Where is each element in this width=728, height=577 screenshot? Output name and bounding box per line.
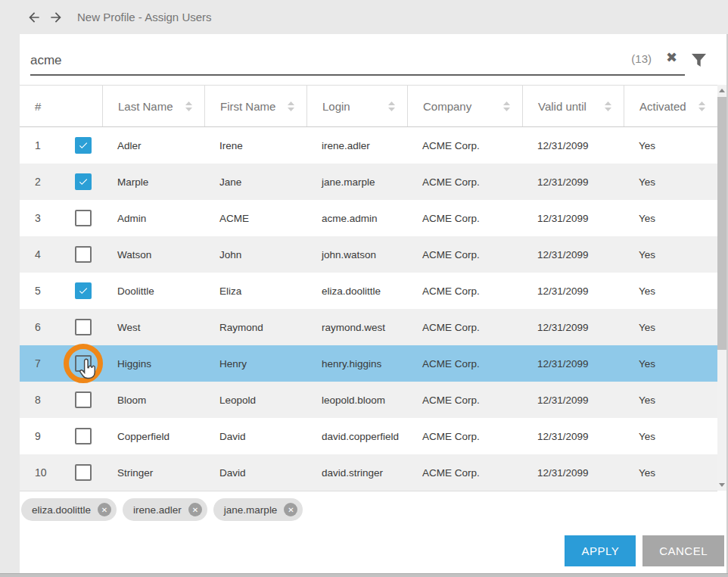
scrollbar-thumb[interactable] — [717, 97, 726, 350]
table-row[interactable]: 2 Marple Jane jane.marple ACME Corp. 12/… — [20, 164, 717, 200]
table-header-row: # Last Name First Name Login Company — [20, 85, 717, 127]
sort-icon[interactable] — [185, 101, 192, 111]
selected-user-chip: jane.marple ✕ — [213, 498, 303, 521]
cell-valid-until: 12/31/2099 — [522, 345, 624, 382]
table-row[interactable]: 3 Admin ACME acme.admin ACME Corp. 12/31… — [20, 200, 717, 236]
row-checkbox[interactable] — [75, 137, 92, 154]
row-checkbox[interactable] — [75, 319, 92, 335]
chip-remove-icon[interactable]: ✕ — [98, 503, 111, 516]
clear-filter-icon[interactable]: ✖ — [666, 49, 677, 66]
assign-users-window: New Profile - Assign Users (13) ✖ # Last… — [0, 0, 728, 577]
cell-number: 4 — [20, 236, 102, 273]
cell-first-name: ACME — [204, 200, 306, 236]
scroll-down-button[interactable] — [717, 479, 726, 491]
cell-company: ACME Corp. — [407, 309, 522, 345]
sort-icon[interactable] — [503, 101, 510, 111]
column-header-company[interactable]: Company — [407, 86, 522, 126]
table-row[interactable]: 7 Higgins Henry henry.higgins ACME Corp.… — [20, 345, 717, 382]
table-row[interactable]: 5 Doolittle Eliza eliza.doolittle ACME C… — [20, 273, 717, 309]
sort-icon[interactable] — [388, 101, 395, 111]
cell-company: ACME Corp. — [407, 127, 522, 164]
selected-users-chips: eliza.doolittle ✕ irene.adler ✕ jane.mar… — [21, 498, 303, 521]
sort-icon[interactable] — [605, 101, 611, 111]
column-label: Activated — [639, 100, 686, 113]
apply-button[interactable]: APPLY — [565, 535, 636, 566]
cell-login: david.stringer — [306, 454, 407, 491]
cell-number: 10 — [20, 454, 102, 491]
row-checkbox[interactable] — [75, 282, 92, 299]
row-number: 5 — [35, 285, 75, 297]
cell-activated: Yes — [624, 454, 717, 491]
column-label: First Name — [220, 100, 275, 113]
cell-last-name: Watson — [102, 236, 204, 273]
row-number: 2 — [35, 176, 75, 188]
users-table: # Last Name First Name Login Company — [20, 85, 717, 491]
row-checkbox[interactable] — [75, 428, 92, 444]
row-checkbox[interactable] — [75, 391, 92, 408]
cell-last-name: Stringer — [102, 454, 204, 491]
row-number: 1 — [35, 139, 75, 151]
cell-first-name: Eliza — [204, 273, 306, 309]
row-number: 7 — [35, 357, 75, 370]
column-header-login[interactable]: Login — [306, 86, 407, 126]
table-row[interactable]: 6 West Raymond raymond.west ACME Corp. 1… — [20, 309, 717, 345]
cell-login: jane.marple — [306, 164, 407, 200]
scroll-up-button[interactable] — [717, 85, 726, 96]
row-checkbox[interactable] — [75, 210, 92, 226]
cell-login: henry.higgins — [306, 345, 407, 382]
row-checkbox[interactable] — [75, 355, 92, 372]
column-header-activated[interactable]: Activated — [624, 86, 717, 126]
filter-funnel-icon[interactable] — [692, 54, 706, 70]
cancel-button[interactable]: CANCEL — [642, 535, 724, 566]
table-row[interactable]: 8 Bloom Leopold leopold.bloom ACME Corp.… — [20, 382, 717, 418]
chip-remove-icon[interactable]: ✕ — [188, 503, 202, 516]
column-label: Valid until — [538, 100, 586, 113]
row-checkbox[interactable] — [75, 464, 92, 481]
forward-arrow-icon[interactable] — [48, 9, 64, 26]
cell-valid-until: 12/31/2099 — [522, 454, 624, 491]
chip-remove-icon[interactable]: ✕ — [284, 503, 297, 516]
cell-first-name: Jane — [204, 164, 306, 200]
row-checkbox[interactable] — [75, 246, 92, 263]
vertical-scrollbar[interactable] — [717, 85, 726, 491]
dialog-panel: (13) ✖ # Last Name First Name — [20, 34, 726, 573]
sort-icon[interactable] — [698, 101, 705, 111]
result-count: (13) — [631, 52, 652, 65]
cell-activated: Yes — [624, 164, 717, 200]
cell-last-name: Marple — [102, 164, 204, 200]
column-header-last-name[interactable]: Last Name — [102, 86, 204, 126]
selected-user-chip: eliza.doolittle ✕ — [21, 498, 117, 521]
chip-label: jane.marple — [224, 504, 278, 516]
cell-company: ACME Corp. — [407, 345, 522, 382]
cell-company: ACME Corp. — [407, 200, 522, 236]
column-label: # — [35, 100, 41, 113]
triangle-up-icon — [719, 89, 725, 92]
table-row[interactable]: 1 Adler Irene irene.adler ACME Corp. 12/… — [20, 127, 717, 164]
cell-number: 2 — [20, 164, 102, 200]
selected-user-chip: irene.adler ✕ — [123, 498, 207, 521]
footer-actions: APPLY CANCEL — [565, 535, 724, 566]
cell-login: eliza.doolittle — [306, 273, 407, 309]
column-header-valid-until[interactable]: Valid until — [522, 86, 624, 126]
column-header-first-name[interactable]: First Name — [204, 86, 306, 126]
cell-valid-until: 12/31/2099 — [522, 236, 624, 273]
sort-icon[interactable] — [288, 101, 294, 111]
cell-first-name: David — [204, 454, 306, 491]
table-row[interactable]: 10 Stringer David david.stringer ACME Co… — [20, 454, 717, 491]
row-number: 8 — [35, 394, 75, 406]
cell-valid-until: 12/31/2099 — [522, 382, 624, 418]
table-row[interactable]: 4 Watson John john.watson ACME Corp. 12/… — [20, 236, 717, 273]
search-input[interactable] — [30, 49, 515, 72]
table-body: 1 Adler Irene irene.adler ACME Corp. 12/… — [20, 127, 717, 491]
row-checkbox[interactable] — [75, 173, 92, 190]
table-row[interactable]: 9 Copperfield David david.copperfield AC… — [20, 418, 717, 454]
cell-valid-until: 12/31/2099 — [522, 127, 624, 164]
cell-number: 9 — [20, 418, 102, 454]
cell-activated: Yes — [624, 127, 717, 164]
back-arrow-icon[interactable] — [26, 9, 42, 26]
cell-first-name: Henry — [204, 345, 306, 382]
column-label: Company — [423, 100, 471, 113]
page-title: New Profile - Assign Users — [77, 11, 212, 23]
search-field: (13) ✖ — [30, 43, 685, 76]
cell-activated: Yes — [624, 418, 717, 454]
